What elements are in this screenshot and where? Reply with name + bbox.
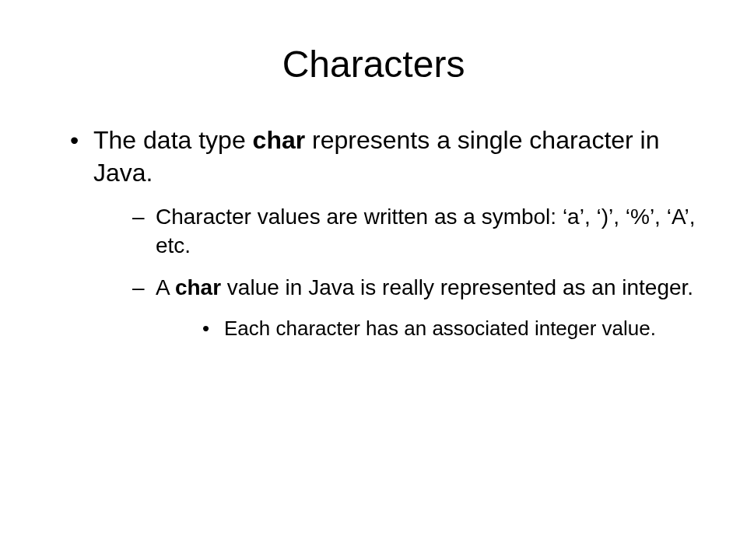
bullet3-text-part1: A: [156, 275, 175, 299]
slide-title: Characters: [47, 43, 700, 86]
bullet1-text-part1: The data type: [93, 126, 253, 154]
bullet3-bold: char: [175, 275, 221, 299]
bullet-item-4: Each character has an associated integer…: [202, 316, 700, 342]
bullet1-bold: char: [253, 126, 306, 154]
bullet3-text-part2: value in Java is really represented as a…: [221, 275, 693, 299]
bullet-list-level2: Character values are written as a symbol…: [93, 203, 700, 342]
bullet-item-3: A char value in Java is really represent…: [132, 274, 700, 342]
bullet-item-1: The data type char represents a single c…: [70, 124, 700, 342]
bullet-item-2: Character values are written as a symbol…: [132, 203, 700, 260]
bullet4-text: Each character has an associated integer…: [224, 317, 656, 340]
bullet-list-level3: Each character has an associated integer…: [156, 316, 700, 342]
bullet-list-level1: The data type char represents a single c…: [47, 124, 700, 342]
bullet2-text: Character values are written as a symbol…: [156, 205, 696, 257]
